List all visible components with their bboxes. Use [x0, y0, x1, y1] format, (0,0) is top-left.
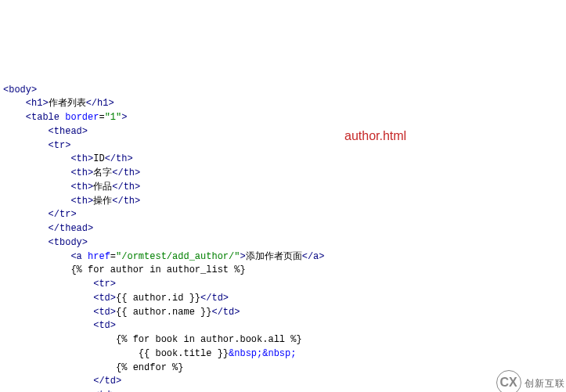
- code-block: <body> <h1>作者列表</h1> <table border="1"> …: [3, 84, 566, 393]
- logo-mark: CX: [496, 370, 521, 392]
- filename-annotation: author.html: [344, 127, 406, 146]
- watermark-logo: CX创新互联 CREATIVE INTERNET: [491, 356, 561, 387]
- logo-brand: 创新互联: [525, 378, 565, 389]
